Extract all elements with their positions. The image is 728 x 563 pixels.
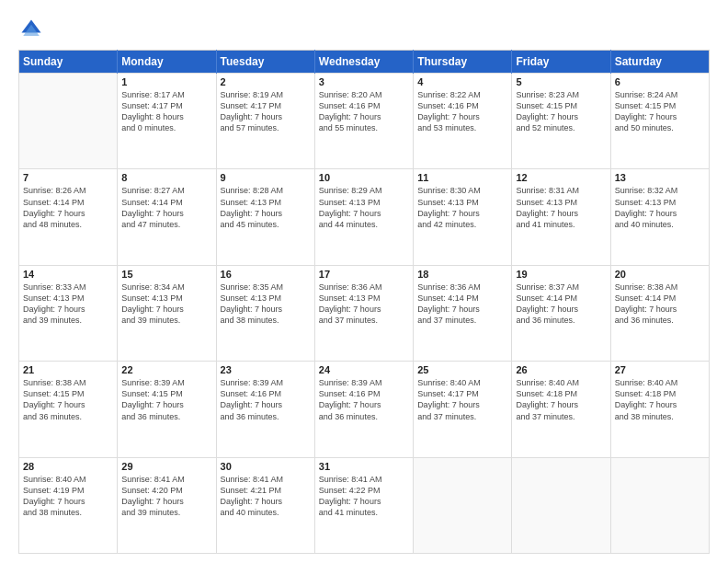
weekday-header-saturday: Saturday <box>610 51 709 74</box>
calendar-cell: 29Sunrise: 8:41 AM Sunset: 4:20 PM Dayli… <box>118 457 216 553</box>
calendar-cell: 5Sunrise: 8:23 AM Sunset: 4:15 PM Daylig… <box>512 74 610 169</box>
day-number: 27 <box>615 364 705 375</box>
day-number: 28 <box>23 461 113 472</box>
day-number: 20 <box>615 269 705 280</box>
weekday-header-sunday: Sunday <box>19 51 118 74</box>
day-info: Sunrise: 8:28 AM Sunset: 4:13 PM Dayligh… <box>221 185 311 230</box>
day-number: 14 <box>23 269 113 280</box>
weekday-header-wednesday: Wednesday <box>314 51 413 74</box>
day-number: 31 <box>319 461 409 472</box>
day-number: 26 <box>516 364 606 375</box>
calendar-cell: 6Sunrise: 8:24 AM Sunset: 4:15 PM Daylig… <box>610 74 709 169</box>
calendar-cell: 23Sunrise: 8:39 AM Sunset: 4:16 PM Dayli… <box>216 362 314 457</box>
calendar-table: SundayMondayTuesdayWednesdayThursdayFrid… <box>18 50 710 554</box>
day-number: 4 <box>417 76 507 87</box>
day-info: Sunrise: 8:30 AM Sunset: 4:13 PM Dayligh… <box>417 185 507 230</box>
week-row-4: 28Sunrise: 8:40 AM Sunset: 4:19 PM Dayli… <box>19 457 710 553</box>
day-info: Sunrise: 8:26 AM Sunset: 4:14 PM Dayligh… <box>23 185 113 230</box>
calendar-cell: 4Sunrise: 8:22 AM Sunset: 4:16 PM Daylig… <box>414 74 512 169</box>
day-info: Sunrise: 8:38 AM Sunset: 4:14 PM Dayligh… <box>615 282 705 327</box>
calendar-cell: 7Sunrise: 8:26 AM Sunset: 4:14 PM Daylig… <box>19 169 118 265</box>
day-info: Sunrise: 8:41 AM Sunset: 4:22 PM Dayligh… <box>319 474 409 519</box>
day-number: 2 <box>221 76 311 87</box>
calendar-cell: 9Sunrise: 8:28 AM Sunset: 4:13 PM Daylig… <box>216 169 314 265</box>
day-number: 19 <box>516 269 606 280</box>
day-info: Sunrise: 8:36 AM Sunset: 4:13 PM Dayligh… <box>319 282 409 327</box>
day-number: 25 <box>417 364 507 375</box>
day-number: 30 <box>221 461 311 472</box>
day-info: Sunrise: 8:38 AM Sunset: 4:15 PM Dayligh… <box>23 377 113 422</box>
calendar-cell: 17Sunrise: 8:36 AM Sunset: 4:13 PM Dayli… <box>314 265 413 361</box>
calendar-cell: 3Sunrise: 8:20 AM Sunset: 4:16 PM Daylig… <box>314 74 413 169</box>
week-row-0: 1Sunrise: 8:17 AM Sunset: 4:17 PM Daylig… <box>19 74 710 169</box>
day-info: Sunrise: 8:20 AM Sunset: 4:16 PM Dayligh… <box>319 89 409 134</box>
day-number: 7 <box>23 172 113 183</box>
day-info: Sunrise: 8:24 AM Sunset: 4:15 PM Dayligh… <box>615 89 705 134</box>
day-info: Sunrise: 8:37 AM Sunset: 4:14 PM Dayligh… <box>516 282 606 327</box>
day-info: Sunrise: 8:41 AM Sunset: 4:20 PM Dayligh… <box>121 474 211 519</box>
day-info: Sunrise: 8:39 AM Sunset: 4:16 PM Dayligh… <box>319 377 409 422</box>
day-number: 22 <box>121 364 211 375</box>
day-number: 3 <box>319 76 409 87</box>
day-number: 10 <box>319 172 409 183</box>
day-info: Sunrise: 8:41 AM Sunset: 4:21 PM Dayligh… <box>221 474 311 519</box>
day-info: Sunrise: 8:36 AM Sunset: 4:14 PM Dayligh… <box>417 282 507 327</box>
calendar-cell: 14Sunrise: 8:33 AM Sunset: 4:13 PM Dayli… <box>19 265 118 361</box>
weekday-header-tuesday: Tuesday <box>216 51 314 74</box>
calendar-cell: 30Sunrise: 8:41 AM Sunset: 4:21 PM Dayli… <box>216 457 314 553</box>
day-info: Sunrise: 8:40 AM Sunset: 4:18 PM Dayligh… <box>615 377 705 422</box>
day-info: Sunrise: 8:34 AM Sunset: 4:13 PM Dayligh… <box>121 282 211 327</box>
day-number: 1 <box>121 76 211 87</box>
day-number: 5 <box>516 76 606 87</box>
week-row-2: 14Sunrise: 8:33 AM Sunset: 4:13 PM Dayli… <box>19 265 710 361</box>
day-number: 24 <box>319 364 409 375</box>
day-info: Sunrise: 8:39 AM Sunset: 4:16 PM Dayligh… <box>221 377 311 422</box>
calendar-cell: 12Sunrise: 8:31 AM Sunset: 4:13 PM Dayli… <box>512 169 610 265</box>
weekday-header-thursday: Thursday <box>414 51 512 74</box>
calendar-cell: 2Sunrise: 8:19 AM Sunset: 4:17 PM Daylig… <box>216 74 314 169</box>
calendar-cell: 25Sunrise: 8:40 AM Sunset: 4:17 PM Dayli… <box>414 362 512 457</box>
calendar-cell: 19Sunrise: 8:37 AM Sunset: 4:14 PM Dayli… <box>512 265 610 361</box>
day-number: 16 <box>221 269 311 280</box>
calendar-cell: 24Sunrise: 8:39 AM Sunset: 4:16 PM Dayli… <box>314 362 413 457</box>
day-number: 12 <box>516 172 606 183</box>
day-info: Sunrise: 8:33 AM Sunset: 4:13 PM Dayligh… <box>23 282 113 327</box>
day-number: 11 <box>417 172 507 183</box>
day-number: 23 <box>221 364 311 375</box>
calendar-cell: 11Sunrise: 8:30 AM Sunset: 4:13 PM Dayli… <box>414 169 512 265</box>
week-row-1: 7Sunrise: 8:26 AM Sunset: 4:14 PM Daylig… <box>19 169 710 265</box>
day-number: 29 <box>121 461 211 472</box>
logo-icon <box>18 17 44 42</box>
calendar-cell: 28Sunrise: 8:40 AM Sunset: 4:19 PM Dayli… <box>19 457 118 553</box>
day-info: Sunrise: 8:40 AM Sunset: 4:19 PM Dayligh… <box>23 474 113 519</box>
calendar-cell: 10Sunrise: 8:29 AM Sunset: 4:13 PM Dayli… <box>314 169 413 265</box>
day-info: Sunrise: 8:29 AM Sunset: 4:13 PM Dayligh… <box>319 185 409 230</box>
day-number: 9 <box>221 172 311 183</box>
day-number: 8 <box>121 172 211 183</box>
day-info: Sunrise: 8:23 AM Sunset: 4:15 PM Dayligh… <box>516 89 606 134</box>
weekday-header-monday: Monday <box>118 51 216 74</box>
calendar-cell: 26Sunrise: 8:40 AM Sunset: 4:18 PM Dayli… <box>512 362 610 457</box>
calendar-cell: 8Sunrise: 8:27 AM Sunset: 4:14 PM Daylig… <box>118 169 216 265</box>
day-number: 13 <box>615 172 705 183</box>
calendar-cell: 1Sunrise: 8:17 AM Sunset: 4:17 PM Daylig… <box>118 74 216 169</box>
day-info: Sunrise: 8:17 AM Sunset: 4:17 PM Dayligh… <box>121 89 211 134</box>
day-info: Sunrise: 8:31 AM Sunset: 4:13 PM Dayligh… <box>516 185 606 230</box>
day-info: Sunrise: 8:40 AM Sunset: 4:18 PM Dayligh… <box>516 377 606 422</box>
calendar-cell: 16Sunrise: 8:35 AM Sunset: 4:13 PM Dayli… <box>216 265 314 361</box>
calendar-cell <box>19 74 118 169</box>
calendar-cell <box>610 457 709 553</box>
page: SundayMondayTuesdayWednesdayThursdayFrid… <box>0 0 728 563</box>
calendar-cell: 21Sunrise: 8:38 AM Sunset: 4:15 PM Dayli… <box>19 362 118 457</box>
day-number: 6 <box>615 76 705 87</box>
week-row-3: 21Sunrise: 8:38 AM Sunset: 4:15 PM Dayli… <box>19 362 710 457</box>
calendar-cell <box>414 457 512 553</box>
weekday-header-row: SundayMondayTuesdayWednesdayThursdayFrid… <box>19 51 710 74</box>
calendar-cell: 20Sunrise: 8:38 AM Sunset: 4:14 PM Dayli… <box>610 265 709 361</box>
calendar-cell: 13Sunrise: 8:32 AM Sunset: 4:13 PM Dayli… <box>610 169 709 265</box>
calendar-cell: 18Sunrise: 8:36 AM Sunset: 4:14 PM Dayli… <box>414 265 512 361</box>
day-number: 18 <box>417 269 507 280</box>
logo <box>18 17 48 42</box>
day-info: Sunrise: 8:19 AM Sunset: 4:17 PM Dayligh… <box>221 89 311 134</box>
day-number: 21 <box>23 364 113 375</box>
